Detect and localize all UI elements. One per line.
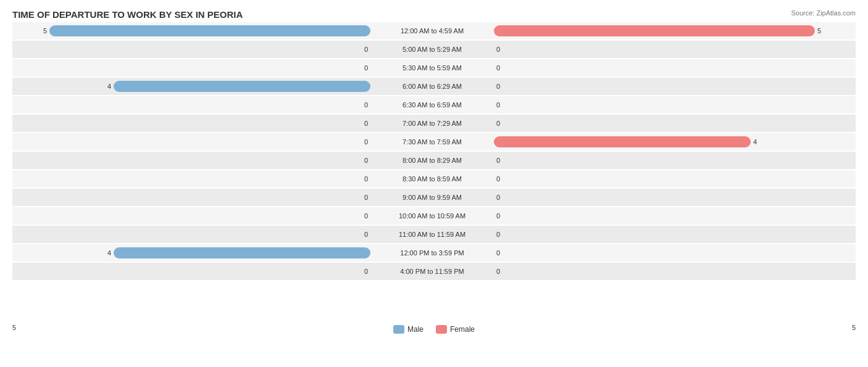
left-bar-area: 0	[12, 133, 370, 151]
female-value: 0	[496, 212, 509, 220]
female-value: 5	[817, 27, 830, 35]
chart-row: 06:30 AM to 6:59 AM0	[12, 96, 856, 113]
legend-male: Male	[393, 325, 424, 334]
male-value: 5	[35, 27, 47, 35]
female-value: 0	[496, 120, 509, 127]
right-bar-area: 0	[494, 78, 852, 95]
male-value: 4	[99, 83, 111, 90]
chart-row: 011:00 AM to 11:59 AM0	[12, 226, 856, 243]
axis-left-label: 5	[12, 324, 16, 331]
right-bar-area: 0	[494, 96, 852, 113]
left-bar-area: 0	[12, 263, 370, 280]
time-range-label: 5:00 AM to 5:29 AM	[370, 46, 494, 53]
female-legend-label: Female	[450, 325, 475, 334]
left-bar-area: 0	[12, 226, 370, 243]
chart-row: 07:30 AM to 7:59 AM4	[12, 133, 856, 151]
male-legend-box	[393, 325, 404, 334]
right-bar-area: 0	[494, 41, 852, 58]
time-range-label: 9:00 AM to 9:59 AM	[370, 194, 494, 201]
time-range-label: 5:30 AM to 5:59 AM	[370, 64, 494, 72]
time-range-label: 8:00 AM to 8:29 AM	[370, 157, 494, 164]
time-range-label: 4:00 PM to 11:59 PM	[370, 268, 494, 275]
male-value: 0	[356, 268, 368, 275]
left-bar-area: 0	[12, 207, 370, 225]
time-range-label: 6:00 AM to 6:29 AM	[370, 83, 494, 90]
male-value: 0	[356, 175, 368, 183]
axis-right-label: 5	[852, 324, 856, 331]
chart-area: 512:00 AM to 4:59 AM505:00 AM to 5:29 AM…	[12, 22, 856, 321]
male-bar	[49, 25, 370, 36]
left-bar-area: 0	[12, 96, 370, 113]
male-bar	[114, 81, 370, 92]
chart-title: TIME OF DEPARTURE TO WORK BY SEX IN PEOR…	[12, 9, 856, 20]
male-value: 4	[99, 249, 111, 257]
time-range-label: 12:00 PM to 3:59 PM	[370, 249, 494, 257]
female-value: 0	[496, 231, 509, 238]
bottom-row: 5 Male Female 5	[12, 321, 856, 334]
female-value: 0	[496, 46, 509, 53]
female-legend-box	[436, 325, 447, 334]
male-value: 0	[356, 138, 368, 146]
right-bar-area: 0	[494, 170, 852, 188]
female-value: 0	[496, 249, 509, 257]
left-bar-area: 0	[12, 152, 370, 169]
left-bar-area: 0	[12, 189, 370, 206]
right-bar-area: 0	[494, 207, 852, 225]
right-bar-area: 5	[494, 22, 852, 39]
female-value: 0	[496, 175, 509, 183]
right-bar-area: 0	[494, 189, 852, 206]
legend: Male Female	[393, 325, 475, 334]
time-range-label: 12:00 AM to 4:59 AM	[370, 27, 494, 35]
male-bar	[114, 247, 370, 258]
chart-row: 412:00 PM to 3:59 PM0	[12, 244, 856, 262]
male-value: 0	[356, 46, 368, 53]
time-range-label: 6:30 AM to 6:59 AM	[370, 101, 494, 109]
left-bar-area: 0	[12, 59, 370, 76]
chart-row: 04:00 PM to 11:59 PM0	[12, 263, 856, 280]
chart-row: 07:00 AM to 7:29 AM0	[12, 115, 856, 132]
right-bar-area: 0	[494, 152, 852, 169]
female-value: 0	[496, 157, 509, 164]
left-bar-area: 0	[12, 41, 370, 58]
time-range-label: 7:00 AM to 7:29 AM	[370, 120, 494, 127]
chart-row: 05:00 AM to 5:29 AM0	[12, 41, 856, 58]
right-bar-area: 4	[494, 133, 852, 151]
chart-row: 010:00 AM to 10:59 AM0	[12, 207, 856, 225]
time-range-label: 8:30 AM to 8:59 AM	[370, 175, 494, 183]
left-bar-area: 0	[12, 170, 370, 188]
female-value: 0	[496, 194, 509, 201]
female-bar	[494, 136, 751, 147]
female-value: 4	[753, 138, 766, 146]
time-range-label: 10:00 AM to 10:59 AM	[370, 212, 494, 220]
right-bar-area: 0	[494, 226, 852, 243]
right-bar-area: 0	[494, 115, 852, 132]
time-range-label: 7:30 AM to 7:59 AM	[370, 138, 494, 146]
right-bar-area: 0	[494, 263, 852, 280]
female-value: 0	[496, 101, 509, 109]
source-label: Source: ZipAtlas.com	[791, 9, 856, 17]
male-value: 0	[356, 231, 368, 238]
chart-row: 08:30 AM to 8:59 AM0	[12, 170, 856, 188]
right-bar-area: 0	[494, 59, 852, 76]
chart-row: 09:00 AM to 9:59 AM0	[12, 189, 856, 206]
male-value: 0	[356, 101, 368, 109]
left-bar-area: 4	[12, 244, 370, 262]
time-range-label: 11:00 AM to 11:59 AM	[370, 231, 494, 238]
male-value: 0	[356, 212, 368, 220]
female-value: 0	[496, 64, 509, 72]
chart-container: TIME OF DEPARTURE TO WORK BY SEX IN PEOR…	[0, 0, 868, 367]
chart-row: 512:00 AM to 4:59 AM5	[12, 22, 856, 39]
male-value: 0	[356, 64, 368, 72]
male-value: 0	[356, 120, 368, 127]
right-bar-area: 0	[494, 244, 852, 262]
chart-row: 46:00 AM to 6:29 AM0	[12, 78, 856, 95]
left-bar-area: 0	[12, 115, 370, 132]
female-value: 0	[496, 83, 509, 90]
male-legend-label: Male	[407, 325, 424, 334]
female-bar	[494, 25, 815, 36]
male-value: 0	[356, 157, 368, 164]
legend-female: Female	[436, 325, 475, 334]
female-value: 0	[496, 268, 509, 275]
chart-row: 05:30 AM to 5:59 AM0	[12, 59, 856, 76]
left-bar-area: 4	[12, 78, 370, 95]
